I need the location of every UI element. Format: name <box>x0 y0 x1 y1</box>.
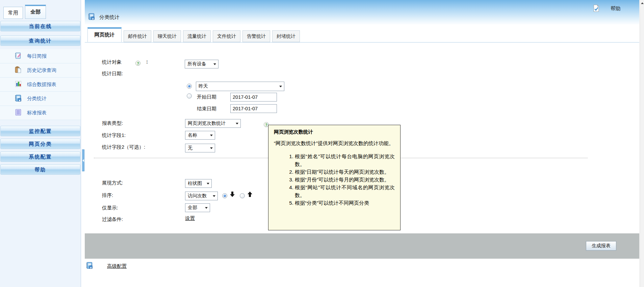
dropdown-arrow-icon <box>210 147 213 149</box>
tab-block-stats[interactable]: 封堵统计 <box>272 30 300 42</box>
standard-report-icon <box>14 108 22 118</box>
sidebar-group-current-online[interactable]: 当前在线 <box>0 21 80 31</box>
end-date-label: 结束日期 <box>197 106 216 112</box>
tooltip-item: 根据“姓名”可以统计每台电脑的网页浏览次数。 <box>295 152 395 168</box>
report-type-tooltip: 网页浏览次数统计 “网页浏览次数统计”提供对网页浏览次数的统计功能。 根据“姓名… <box>268 125 401 230</box>
sidebar-item-data-report[interactable]: 综合数据报表 <box>0 78 81 92</box>
action-bar: 生成报表 <box>85 233 639 259</box>
page-title: 分类统计 <box>99 14 120 21</box>
filter-settings-link[interactable]: 设置 <box>185 215 195 222</box>
scroll-up-icon[interactable] <box>641 2 644 4</box>
date-preset-radio[interactable] <box>187 84 192 89</box>
dropdown-arrow-icon <box>207 183 209 184</box>
generate-report-button[interactable]: 生成报表 <box>586 241 616 251</box>
sidebar-item-label: 标准报表 <box>27 110 47 116</box>
field1-label: 统计字段1: <box>102 132 126 139</box>
field1-value: 名称 <box>188 132 197 138</box>
start-date-label: 开始日期 <box>197 94 216 100</box>
tab-mail-stats[interactable]: 邮件统计 <box>124 30 151 42</box>
sidebar-tabbar: 常用 全部 <box>0 0 81 19</box>
radio-dot <box>188 85 190 87</box>
sidebar-item-list: 每日简报 历史记录查询 综合数据报表 分类统计 <box>0 49 81 120</box>
tooltip-item: 根据“月份”可以统计每月的网页浏览次数。 <box>295 176 395 183</box>
sidebar-item-label: 历史记录查询 <box>27 67 56 74</box>
sidebar-item-label: 综合数据报表 <box>27 81 56 88</box>
display-mode-value: 柱状图 <box>188 180 202 186</box>
sidebar-item-standard-report[interactable]: 标准报表 <box>0 106 81 120</box>
stat-object-value: 所有设备 <box>187 61 206 67</box>
collapse-left-icon <box>82 159 84 162</box>
sidebar-item-label: 分类统计 <box>27 95 47 102</box>
sidebar-group-query-stats[interactable]: 查询统计 <box>0 35 80 46</box>
tooltip-item: 根据“日期”可以统计每天的网页浏览次数。 <box>295 168 395 176</box>
tooltip-list: 根据“姓名”可以统计每台电脑的网页浏览次数。 根据“日期”可以统计每天的网页浏览… <box>274 152 395 207</box>
sidebar-tab-all[interactable]: 全部 <box>25 5 46 19</box>
sidebar-item-history-query[interactable]: 历史记录查询 <box>0 63 81 78</box>
sidebar-group-web-category[interactable]: 网页分类 <box>0 139 80 149</box>
sort-desc-radio[interactable] <box>222 193 227 198</box>
tab-chat-stats[interactable]: 聊天统计 <box>153 30 181 42</box>
stat-object-colon: : <box>146 59 148 64</box>
display-mode-label: 展现方式: <box>102 180 123 186</box>
dropdown-arrow-icon <box>210 135 213 136</box>
filter-label: 过滤条件: <box>102 216 123 223</box>
sort-desc-arrow-icon <box>230 191 235 199</box>
radio-dot <box>224 195 226 197</box>
dropdown-arrow-icon <box>279 86 282 87</box>
content-tabbar: 网页统计 邮件统计 聊天统计 流量统计 文件统计 告警统计 封堵统计 <box>85 28 639 42</box>
help-link[interactable]: 帮助 <box>611 5 621 12</box>
advanced-config-link[interactable]: 高级配置 <box>107 263 127 269</box>
start-date-input[interactable] <box>230 93 277 102</box>
dropdown-arrow-icon <box>213 63 216 65</box>
report-type-select[interactable]: 网页浏览次数统计 <box>185 119 241 128</box>
tab-traffic-stats[interactable]: 流量统计 <box>183 30 211 42</box>
tooltip-item: 根据“网站”可以统计不同域名的网页浏览次数。 <box>295 183 395 199</box>
display-mode-select[interactable]: 柱状图 <box>185 179 212 188</box>
field2-select[interactable]: 无 <box>185 144 215 152</box>
sort-label: 排序: <box>102 192 113 199</box>
only-show-select[interactable]: 全部 <box>185 203 210 212</box>
stat-date-label: 统计日期: <box>102 70 123 77</box>
app-window: 常用 全部 当前在线 查询统计 每日简报 历史记录查询 综 <box>0 0 644 287</box>
only-show-label: 仅显示: <box>102 205 118 211</box>
sidebar-item-label: 每日简报 <box>27 53 47 59</box>
sort-select[interactable]: 访问次数 <box>185 192 218 200</box>
sidebar-tab-common[interactable]: 常用 <box>3 7 23 19</box>
sidebar-collapse-handle[interactable] <box>82 149 84 171</box>
field1-select[interactable]: 名称 <box>185 131 215 140</box>
tooltip-body: “网页浏览次数统计”提供对网页浏览次数的统计功能。 <box>274 139 395 147</box>
sidebar-item-daily-report[interactable]: 每日简报 <box>0 49 81 63</box>
sidebar-group-system-config[interactable]: 系统配置 <box>0 151 80 162</box>
stat-object-select[interactable]: 所有设备 <box>185 60 218 68</box>
sidebar: 常用 全部 当前在线 查询统计 每日简报 历史记录查询 综 <box>0 0 81 287</box>
history-query-icon <box>14 66 22 75</box>
stat-object-help-icon[interactable]: ? <box>135 61 140 66</box>
sidebar-group-help[interactable]: 帮助 <box>0 164 80 175</box>
sidebar-item-category-stats[interactable]: 分类统计 <box>0 92 81 106</box>
end-date-input[interactable] <box>230 104 277 113</box>
category-stats-icon <box>87 12 96 22</box>
report-type-label: 报表类型: <box>102 120 123 126</box>
only-show-value: 全部 <box>188 205 197 211</box>
tooltip-item: 根据“分类”可以统计不同网页分类 <box>295 199 395 207</box>
tab-alert-stats[interactable]: 告警统计 <box>242 30 270 42</box>
dropdown-arrow-icon <box>213 195 215 197</box>
help-doc-icon[interactable] <box>593 4 600 13</box>
report-type-value: 网页浏览次数统计 <box>188 120 226 126</box>
tab-web-stats[interactable]: 网页统计 <box>87 27 122 42</box>
tooltip-title: 网页浏览次数统计 <box>274 129 395 135</box>
stat-object-label: 统计对象 <box>102 59 122 65</box>
category-stats-icon <box>14 94 22 104</box>
page-header: 分类统计 帮助 <box>85 0 639 25</box>
main-content: 分类统计 帮助 网页统计 邮件统计 聊天统计 流量统计 文件统计 告警统计 封堵… <box>85 0 639 287</box>
data-report-icon <box>14 80 22 89</box>
sort-asc-arrow-icon <box>247 191 253 199</box>
tab-file-stats[interactable]: 文件统计 <box>213 30 240 42</box>
date-range-radio[interactable] <box>187 93 192 98</box>
vertical-scrollbar[interactable] <box>640 0 644 287</box>
sidebar-group-monitor-config[interactable]: 监控配置 <box>0 126 80 136</box>
daily-report-icon <box>14 52 22 61</box>
sort-asc-radio[interactable] <box>240 193 245 198</box>
date-preset-select[interactable]: 昨天 <box>196 82 284 91</box>
field2-value: 无 <box>188 145 192 151</box>
